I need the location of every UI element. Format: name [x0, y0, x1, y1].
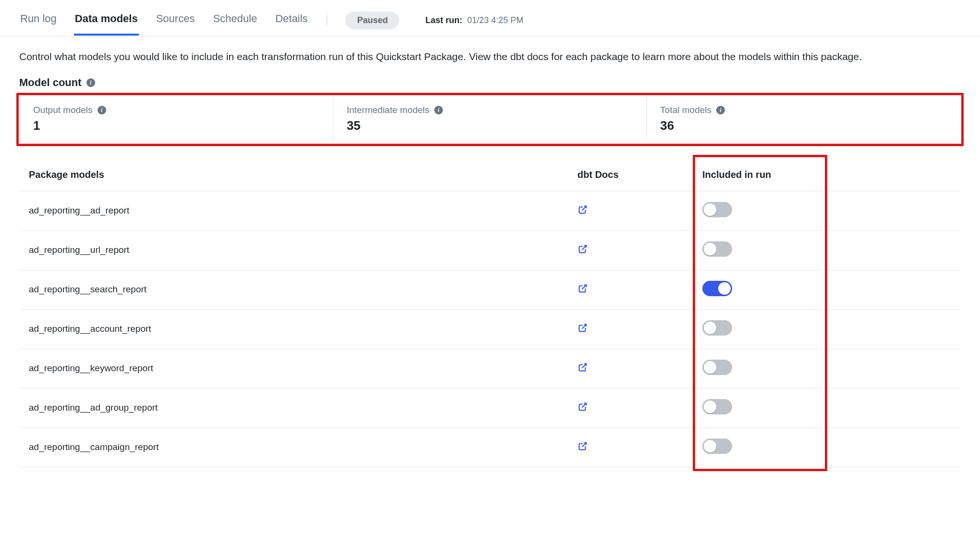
models-table-header: Package models dbt Docs Included in run	[19, 159, 961, 191]
model-count-title: Model count i	[19, 76, 961, 89]
external-link-icon[interactable]	[577, 362, 588, 373]
include-toggle[interactable]	[702, 241, 732, 257]
external-link-icon[interactable]	[577, 283, 588, 294]
top-bar: Run logData modelsSourcesScheduleDetails…	[0, 0, 980, 37]
table-row: ad_reporting__ad_report	[19, 191, 961, 231]
count-label-text: Intermediate models	[347, 105, 429, 115]
info-icon[interactable]: i	[716, 106, 725, 114]
count-label: Total modelsi	[660, 105, 947, 115]
include-toggle[interactable]	[702, 320, 732, 336]
table-row: ad_reporting__ad_group_report	[19, 388, 961, 428]
header-package-models: Package models	[28, 169, 577, 180]
info-icon[interactable]: i	[434, 106, 443, 114]
info-icon[interactable]: i	[98, 106, 106, 114]
header-dbt-docs: dbt Docs	[577, 169, 702, 180]
table-row: ad_reporting__search_report	[19, 270, 961, 310]
count-value: 36	[660, 118, 947, 133]
model-name: ad_reporting__account_report	[28, 324, 577, 334]
external-link-icon[interactable]	[577, 401, 588, 412]
count-label: Output modelsi	[33, 105, 319, 115]
include-toggle[interactable]	[702, 281, 732, 296]
last-run-value: 01/23 4:25 PM	[467, 15, 523, 25]
count-label: Intermediate modelsi	[347, 105, 633, 115]
last-run: Last run: 01/23 4:25 PM	[425, 15, 523, 25]
include-toggle[interactable]	[702, 438, 732, 454]
model-name: ad_reporting__url_report	[28, 245, 577, 255]
external-link-icon[interactable]	[577, 441, 588, 451]
model-name: ad_reporting__campaign_report	[28, 442, 577, 452]
intro-text: Control what models you would like to in…	[19, 49, 961, 65]
count-cell: Output modelsi1	[20, 96, 333, 143]
models-table: Package models dbt Docs Included in run …	[19, 159, 961, 467]
tab-schedule[interactable]: Schedule	[212, 13, 258, 36]
tab-list: Run logData modelsSourcesScheduleDetails	[19, 13, 308, 36]
model-name: ad_reporting__ad_group_report	[28, 402, 577, 413]
tab-divider	[327, 13, 327, 27]
count-cell: Intermediate modelsi35	[333, 96, 647, 143]
table-row: ad_reporting__campaign_report	[19, 428, 961, 467]
external-link-icon[interactable]	[577, 244, 588, 254]
count-label-text: Output models	[33, 105, 93, 115]
model-name: ad_reporting__ad_report	[28, 205, 577, 216]
tab-details[interactable]: Details	[274, 13, 308, 36]
tab-sources[interactable]: Sources	[155, 13, 196, 36]
info-icon[interactable]: i	[86, 78, 95, 87]
page-body: Control what models you would like to in…	[0, 37, 980, 487]
include-toggle[interactable]	[702, 399, 732, 414]
count-value: 1	[33, 118, 319, 133]
model-name: ad_reporting__keyword_report	[28, 363, 577, 374]
model-count-card: Output modelsi1Intermediate modelsi35Tot…	[19, 96, 961, 143]
table-row: ad_reporting__url_report	[19, 231, 961, 270]
external-link-icon[interactable]	[577, 204, 588, 215]
external-link-icon[interactable]	[577, 323, 588, 333]
last-run-label: Last run:	[425, 15, 462, 25]
model-count-title-text: Model count	[19, 76, 82, 89]
count-label-text: Total models	[660, 105, 711, 115]
table-row: ad_reporting__keyword_report	[19, 349, 961, 388]
count-cell: Total modelsi36	[647, 96, 960, 143]
tab-run-log[interactable]: Run log	[19, 13, 58, 36]
status-badge: Paused	[345, 12, 399, 29]
count-value: 35	[347, 118, 633, 133]
header-included: Included in run	[702, 169, 827, 180]
include-toggle[interactable]	[702, 360, 732, 375]
model-name: ad_reporting__search_report	[28, 284, 577, 295]
table-row: ad_reporting__account_report	[19, 310, 961, 349]
tab-data-models[interactable]: Data models	[74, 13, 139, 36]
include-toggle[interactable]	[702, 202, 732, 217]
